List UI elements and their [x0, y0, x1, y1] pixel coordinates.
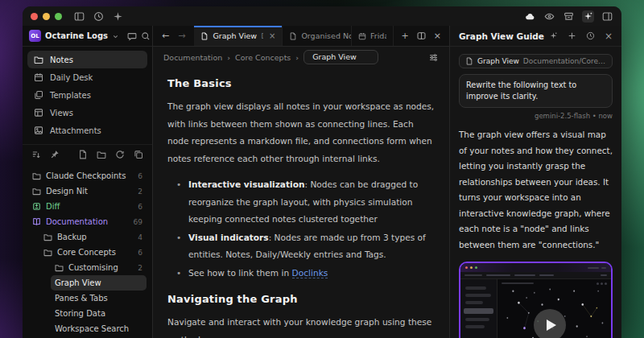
archive-icon[interactable] — [563, 10, 575, 23]
play-button[interactable] — [534, 309, 566, 338]
tree-item-label: Graph View — [55, 278, 101, 287]
sidebar-item-notes[interactable]: Notes — [27, 51, 147, 68]
close-panel-button[interactable]: × — [605, 31, 613, 42]
list-item: Visual indicators: Nodes are made up fro… — [188, 229, 435, 264]
tree-item-backup[interactable]: Backup 4 — [39, 229, 147, 245]
tree-item-storing-data[interactable]: Storing Data — [51, 306, 147, 321]
breadcrumb-item[interactable]: Core Concepts — [235, 53, 291, 62]
pin-icon[interactable] — [50, 150, 60, 159]
mini-window-titlebar — [460, 263, 611, 272]
sidebar-item-templates[interactable]: Templates — [27, 86, 147, 104]
document-icon — [289, 32, 297, 40]
folder-icon — [43, 248, 52, 257]
breadcrumb-separator: › — [227, 53, 230, 62]
tree-item-design-nit[interactable]: Design Nit 2 — [28, 183, 147, 199]
document-icon — [465, 57, 473, 65]
tree-item-label: Workspace Search — [55, 324, 129, 333]
close-tab-icon[interactable]: × — [269, 31, 275, 40]
close-window-button[interactable] — [31, 13, 38, 20]
new-note-icon[interactable] — [78, 150, 88, 159]
book-icon — [32, 217, 41, 226]
sidebar-item-views[interactable]: Views — [27, 104, 147, 122]
context-chip[interactable]: Graph View Documentation/Core Concepts — [459, 54, 613, 68]
tree-item-documentation[interactable]: Documentation 69 — [28, 214, 147, 229]
assistant-title: Graph View Guide — [459, 31, 544, 41]
note-title-field[interactable]: Graph View — [303, 50, 378, 64]
minimize-window-button[interactable] — [43, 13, 50, 20]
tree-item-label: Storing Data — [55, 309, 105, 318]
search-icon[interactable] — [141, 31, 151, 41]
sort-icon[interactable] — [31, 150, 41, 159]
history-icon[interactable] — [586, 31, 595, 40]
view-options-icon[interactable] — [428, 52, 439, 63]
chevron-down-icon[interactable] — [112, 28, 119, 43]
editor-pane: ← → Graph View Documentation × Organised… — [153, 26, 449, 338]
mini-window-body — [460, 279, 611, 338]
tab-graph-view[interactable]: Graph View Documentation × — [194, 26, 283, 46]
new-chat-icon[interactable] — [568, 31, 576, 40]
sidebar-item-daily-desk[interactable]: Daily Desk — [27, 68, 147, 86]
sidebar-item-attachments[interactable]: Attachments — [27, 122, 147, 139]
sidebar-item-label: Templates — [50, 91, 91, 100]
tree-item-panes-tabs[interactable]: Panes & Tabs — [51, 291, 147, 306]
sparkle-icon[interactable] — [112, 10, 124, 23]
mini-graph-canvas — [497, 279, 611, 338]
chat-icon[interactable] — [127, 31, 137, 41]
templates-icon — [34, 90, 43, 100]
doclinks-link[interactable]: Doclinks — [292, 268, 328, 278]
list-item: See how to link them in Doclinks — [188, 265, 435, 282]
forward-button[interactable]: → — [178, 31, 185, 41]
tree-item-diff[interactable]: Diff 6 — [28, 199, 147, 214]
zoom-window-button[interactable] — [55, 13, 62, 20]
tab-title: Organised Notes — [301, 31, 352, 40]
sidebar-item-label: Daily Desk — [50, 73, 93, 82]
eye-icon[interactable] — [543, 10, 555, 23]
assistant-header: Graph View Guide × — [450, 26, 621, 47]
new-tab-button[interactable]: + — [402, 31, 409, 41]
tree-item-graph-view[interactable]: Graph View — [51, 275, 147, 291]
tab-friday[interactable]: Friday, D — [352, 26, 394, 46]
tree-item-label: Panes & Tabs — [55, 294, 108, 303]
tree-item-workspace-search[interactable]: Workspace Search — [51, 321, 147, 336]
ai-sparkles-icon[interactable] — [549, 31, 558, 40]
tab-actions: + × — [394, 26, 449, 46]
clock-icon[interactable] — [93, 10, 105, 23]
stack-icon[interactable] — [134, 150, 143, 159]
workspace-logo: OL — [29, 30, 41, 42]
ai-sparkles-icon[interactable] — [582, 10, 594, 23]
tree-item-label: Documentation — [46, 217, 108, 226]
assistant-header-actions: × — [549, 31, 613, 42]
paragraph: Navigate and interact with your knowledg… — [167, 314, 435, 338]
right-sidebar-toggle-icon[interactable] — [601, 10, 613, 23]
close-pane-button[interactable]: × — [434, 31, 441, 41]
file-tree: Claude Checkpoints 6 Design Nit 2 Diff 6… — [23, 164, 152, 338]
table-icon — [34, 108, 43, 117]
note-count: 6 — [138, 172, 142, 180]
back-button[interactable]: ← — [162, 31, 169, 41]
sync-icon[interactable] — [115, 150, 125, 159]
folder-icon — [55, 263, 64, 272]
sidebar-item-label: Notes — [50, 56, 73, 64]
note-content[interactable]: The Basics The graph view displays all n… — [153, 68, 449, 338]
context-chip-title: Graph View — [477, 57, 519, 65]
tree-item-core-concepts[interactable]: Core Concepts 6 — [39, 245, 147, 260]
section-heading: The Basics — [167, 77, 435, 89]
new-folder-icon[interactable] — [97, 150, 106, 159]
video-preview-card[interactable] — [459, 262, 613, 338]
folder-icon — [34, 55, 43, 64]
tree-item-claude-checkpoints[interactable]: Claude Checkpoints 6 — [28, 168, 147, 183]
tree-item-customising[interactable]: Customising 2 — [51, 260, 147, 275]
history-nav: ← → — [153, 26, 194, 46]
window-titlebar — [23, 6, 621, 26]
cloud-sync-icon[interactable] — [524, 10, 536, 23]
mini-breadcrumb-decoration — [502, 282, 534, 284]
tree-item-label: Customising — [68, 263, 118, 272]
workspace-header[interactable]: OL Octarine Logs — [23, 26, 152, 47]
note-count: 2 — [138, 264, 142, 272]
model-name: gemini-2.5-flash — [535, 112, 590, 120]
left-sidebar-toggle-icon[interactable] — [73, 10, 85, 23]
split-pane-icon[interactable] — [417, 31, 426, 40]
breadcrumb-item[interactable]: Documentation — [163, 53, 222, 62]
message-time: now — [598, 112, 613, 120]
tab-organised-notes[interactable]: Organised Notes × — [283, 26, 352, 46]
